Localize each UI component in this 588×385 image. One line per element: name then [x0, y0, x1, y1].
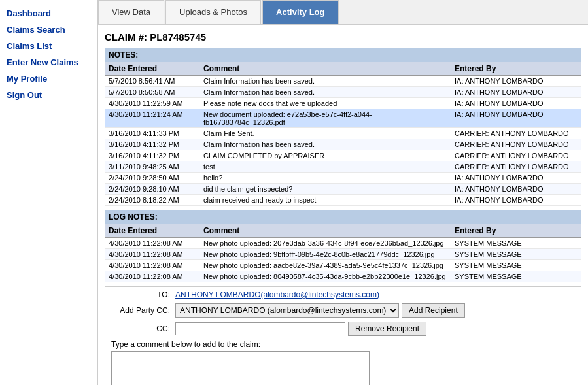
comment-cell: Please note new docs that were uploaded: [199, 98, 451, 109]
cc-input[interactable]: [175, 322, 345, 335]
remove-recipient-button[interactable]: Remove Recipient: [348, 322, 426, 336]
comment-cell: New photo uploaded: 80490587-4c35-43da-9…: [199, 271, 451, 282]
log-col-comment: Comment: [199, 224, 451, 238]
date-cell: 5/7/2010 8:50:58 AM: [105, 87, 199, 98]
table-row: 3/11/2010 9:48:25 AM test CARRIER: ANTHO…: [105, 161, 581, 173]
notes-col-entered: Entered By: [451, 62, 581, 76]
date-cell: 3/16/2010 4:11:32 PM: [105, 150, 199, 161]
date-cell: 2/24/2010 8:18:22 AM: [105, 195, 199, 206]
comment-cell: New photo uploaded: 9bffbfff-09b5-4e2c-8…: [199, 249, 451, 260]
comment-cell: CLAIM COMPLETED by APPRAISER: [199, 150, 451, 161]
comment-cell: hello?: [199, 173, 451, 184]
date-cell: 3/16/2010 4:11:33 PM: [105, 128, 199, 139]
entered-by-cell: CARRIER: ANTHONY LOMBARDO: [451, 161, 581, 173]
entered-by-cell: IA: ANTHONY LOMBARDO: [451, 184, 581, 195]
sidebar-item-claims-search[interactable]: Claims Search: [0, 22, 97, 38]
entered-by-cell: SYSTEM MESSAGE: [451, 238, 581, 249]
date-cell: 5/7/2010 8:56:41 AM: [105, 76, 199, 87]
notes-col-date: Date Entered: [105, 62, 199, 76]
log-notes-section-header: LOG NOTES:: [105, 210, 581, 224]
tab-bar: View Data Uploads & Photos Activity Log: [98, 0, 588, 25]
tab-view-data[interactable]: View Data: [98, 0, 164, 24]
comment-cell: New photo uploaded: 207e3dab-3a36-434c-8…: [199, 238, 451, 249]
table-row: 5/7/2010 8:50:58 AM Claim Information ha…: [105, 87, 581, 98]
date-cell: 4/30/2010 11:22:08 AM: [105, 260, 199, 271]
entered-by-cell: SYSTEM MESSAGE: [451, 271, 581, 282]
table-row: 4/30/2010 11:22:08 AM New photo uploaded…: [105, 249, 581, 260]
log-col-date: Date Entered: [105, 224, 199, 238]
notes-table: Date Entered Comment Entered By 5/7/2010…: [105, 62, 581, 206]
notes-section-header: NOTES:: [105, 48, 581, 62]
entered-by-cell: CARRIER: ANTHONY LOMBARDO: [451, 139, 581, 150]
date-cell: 4/30/2010 11:22:08 AM: [105, 249, 199, 260]
comment-cell: New photo uploaded: aacbe82e-39a7-4389-a…: [199, 260, 451, 271]
date-cell: 3/16/2010 4:11:32 PM: [105, 139, 199, 150]
entered-by-cell: CARRIER: ANTHONY LOMBARDO: [451, 150, 581, 161]
table-row: 2/24/2010 9:28:50 AM hello? IA: ANTHONY …: [105, 173, 581, 184]
date-cell: 3/11/2010 9:48:25 AM: [105, 161, 199, 173]
comment-cell: Claim Information has been saved.: [199, 76, 451, 87]
entered-by-cell: IA: ANTHONY LOMBARDO: [451, 87, 581, 98]
entered-by-cell: IA: ANTHONY LOMBARDO: [451, 195, 581, 206]
sidebar: Dashboard Claims Search Claims List Ente…: [0, 0, 98, 385]
date-cell: 4/30/2010 11:22:08 AM: [105, 271, 199, 282]
sidebar-item-claims-list[interactable]: Claims List: [0, 38, 97, 54]
comment-wrapper: [111, 351, 370, 385]
to-value: ANTHONY LOMBARDO(alombardo@lintechsystem…: [175, 290, 379, 299]
log-notes-table: Date Entered Comment Entered By 4/30/201…: [105, 224, 581, 282]
add-recipient-button[interactable]: Add Recipient: [402, 303, 465, 318]
table-row: 5/7/2010 8:56:41 AM Claim Information ha…: [105, 76, 581, 87]
table-row: 2/24/2010 8:18:22 AM claim received and …: [105, 195, 581, 206]
to-label: TO:: [111, 290, 170, 299]
date-cell: 2/24/2010 9:28:10 AM: [105, 184, 199, 195]
add-party-row: Add Party CC: ANTHONY LOMBARDO (alombard…: [111, 303, 575, 318]
table-row: 4/30/2010 11:22:08 AM New photo uploaded…: [105, 271, 581, 282]
entered-by-cell: IA: ANTHONY LOMBARDO: [451, 76, 581, 87]
comment-cell: New document uploaded: e72a53be-e57c-4ff…: [199, 109, 451, 128]
table-row: 4/30/2010 11:22:08 AM New photo uploaded…: [105, 260, 581, 271]
claim-title: CLAIM #: PL87485745: [105, 31, 581, 42]
comment-cell: Claim Information has been saved.: [199, 87, 451, 98]
entered-by-cell: IA: ANTHONY LOMBARDO: [451, 173, 581, 184]
add-party-select[interactable]: ANTHONY LOMBARDO (alombardo@lintechsyste…: [175, 303, 399, 318]
table-row: 3/16/2010 4:11:33 PM Claim File Sent. CA…: [105, 128, 581, 139]
tab-activity-log[interactable]: Activity Log: [262, 0, 338, 24]
entered-by-cell: SYSTEM MESSAGE: [451, 249, 581, 260]
table-row: 4/30/2010 11:22:59 AM Please note new do…: [105, 98, 581, 109]
sidebar-item-enter-new-claims[interactable]: Enter New Claims: [0, 54, 97, 71]
table-row: 3/16/2010 4:11:32 PM Claim Information h…: [105, 139, 581, 150]
entered-by-cell: SYSTEM MESSAGE: [451, 260, 581, 271]
table-row: 4/30/2010 11:22:08 AM New photo uploaded…: [105, 238, 581, 249]
entered-by-cell: CARRIER: ANTHONY LOMBARDO: [451, 128, 581, 139]
notes-col-comment: Comment: [199, 62, 451, 76]
comment-cell: did the claim get inspected?: [199, 184, 451, 195]
comment-textarea[interactable]: [111, 351, 370, 385]
table-row: 3/16/2010 4:11:32 PM CLAIM COMPLETED by …: [105, 150, 581, 161]
main-content: View Data Uploads & Photos Activity Log …: [98, 0, 588, 385]
comment-cell: Claim Information has been saved.: [199, 139, 451, 150]
form-section: TO: ANTHONY LOMBARDO(alombardo@lintechsy…: [105, 286, 581, 385]
sidebar-item-my-profile[interactable]: My Profile: [0, 71, 97, 87]
table-row: 2/24/2010 9:28:10 AM did the claim get i…: [105, 184, 581, 195]
comment-cell: claim received and ready to inspect: [199, 195, 451, 206]
add-party-label: Add Party CC:: [111, 306, 170, 315]
date-cell: 4/30/2010 11:22:08 AM: [105, 238, 199, 249]
log-col-entered: Entered By: [451, 224, 581, 238]
date-cell: 2/24/2010 9:28:50 AM: [105, 173, 199, 184]
date-cell: 4/30/2010 11:21:24 AM: [105, 109, 199, 128]
cc-label: CC:: [111, 324, 170, 333]
comment-cell: test: [199, 161, 451, 173]
sidebar-item-dashboard[interactable]: Dashboard: [0, 5, 97, 22]
to-row: TO: ANTHONY LOMBARDO(alombardo@lintechsy…: [111, 290, 575, 299]
sidebar-item-sign-out[interactable]: Sign Out: [0, 87, 97, 103]
table-row: 4/30/2010 11:21:24 AM New document uploa…: [105, 109, 581, 128]
content-area: CLAIM #: PL87485745 NOTES: Date Entered …: [98, 25, 588, 385]
comment-label: Type a comment below to add to the claim…: [111, 340, 575, 349]
comment-cell: Claim File Sent.: [199, 128, 451, 139]
tab-uploads-photos[interactable]: Uploads & Photos: [165, 0, 261, 24]
cc-row: CC: Remove Recipient: [111, 322, 575, 336]
date-cell: 4/30/2010 11:22:59 AM: [105, 98, 199, 109]
entered-by-cell: IA: ANTHONY LOMBARDO: [451, 109, 581, 128]
entered-by-cell: IA: ANTHONY LOMBARDO: [451, 98, 581, 109]
